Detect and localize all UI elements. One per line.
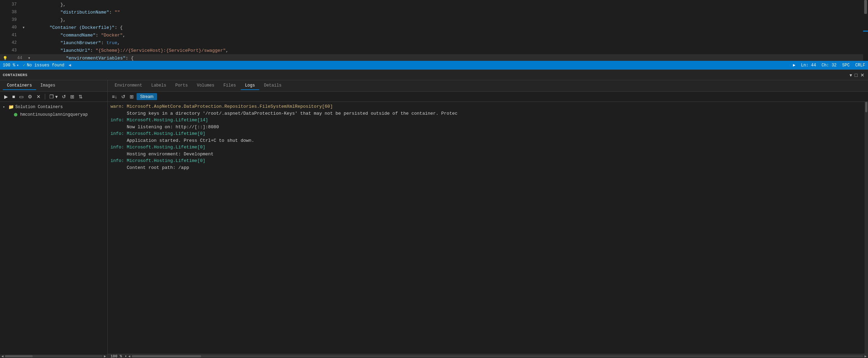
log-connect-btn[interactable]: ⊞ [128,93,135,100]
window-btn[interactable]: ▭ [18,93,25,100]
tree-expand-icon[interactable]: ▾ [3,105,7,109]
scroll-arrow-right-status[interactable]: ▶ [793,63,795,68]
panel-maximize-btn[interactable]: □ [854,72,858,79]
tab-ports[interactable]: Ports [171,82,192,90]
line-number-37: 37 [3,2,17,7]
line-content-43: "launchUrl": "{Scheme}://{ServiceHost}:{… [28,48,865,53]
status-bar: 100 % ▾ ✓ No issues found ◀ ▶ Ln: 44 Ch:… [0,61,868,70]
line-number-44: 44 [8,56,22,60]
line-chevron-42 [22,40,28,46]
sidebar-bottom-scrollbar[interactable]: ◀ ▶ [0,355,107,358]
line-content-38: "distributionName": "" [28,10,865,15]
code-line-42: 42 "launchBrowser": true, [0,39,868,47]
line-chevron-39 [22,17,28,23]
editor-scrollbar-thumb [864,0,867,14]
multi-btn[interactable]: ⊞ [69,93,76,100]
status-ln: Ln: 44 [801,63,816,68]
line-chevron-44[interactable]: ▾ [28,55,33,61]
log-line-5: info: Microsoft.Hosting.Lifetime[0] [110,130,861,137]
tab-details[interactable]: Details [260,82,286,90]
code-line-44: 💡 44 ▾ "environmentVariables": { [0,54,868,61]
tab-volumes[interactable]: Volumes [193,82,218,90]
code-line-40: 40 ▾ "Container (Dockerfile)": { [0,24,868,31]
log-vertical-scrollbar[interactable] [865,102,868,354]
sidebar-scroll-right[interactable]: ▶ [103,354,107,358]
tree-area[interactable]: ▾ 📁 Solution Containers hmcontinuousplan… [0,102,107,355]
log-line-8: Hosting environment: Development [110,151,861,158]
tab-labels[interactable]: Labels [147,82,170,90]
line-content-37: }, [28,2,865,7]
panel-minimize-btn[interactable]: ▾ [849,72,853,79]
log-format-btn[interactable]: ≡↓ [110,93,118,100]
status-check-icon: ✓ [23,63,25,68]
left-toolbar: ▶ ■ ▭ ⚙ ✕ ❐ ▾ ↺ ⊞ ⇅ [0,92,107,102]
tab-containers[interactable]: Containers [3,82,36,90]
line-number-43: 43 [3,48,17,53]
content-toolbar: ≡↓ ↺ ⊞ Stream [108,92,868,102]
bottom-scroll-track[interactable] [132,355,863,357]
panel-close-btn[interactable]: ✕ [860,72,865,79]
log-line-6: Application started. Press Ctrl+C to shu… [110,137,861,144]
sidebar-scroll-left[interactable]: ◀ [0,354,5,358]
code-line-41: 41 "commandName": "Docker", [0,31,868,39]
code-line-38: 38 "distributionName": "" [0,8,868,16]
line-chevron-43 [22,48,28,53]
log-refresh-btn[interactable]: ↺ [120,93,127,100]
expand-btn[interactable]: ⇅ [77,93,84,100]
tree-item-solution-containers[interactable]: ▾ 📁 Solution Containers [0,103,107,111]
line-chevron-41 [22,33,28,38]
log-line-2: Storing keys in a directory '/root/.aspn… [110,110,861,117]
status-no-issues[interactable]: ✓ No issues found [23,63,64,68]
bottom-scroll-left[interactable]: ◀ [127,354,132,358]
sidebar-scroll-thumb [5,355,33,357]
stop-btn[interactable]: ■ [11,93,16,100]
status-crlf: CRLF [855,63,865,68]
line-number-42: 42 [3,40,17,45]
left-tab-bar: Containers Images [0,80,107,92]
bottom-zoom-label: 100 % [108,354,125,358]
stream-button[interactable]: Stream [137,93,157,100]
line-number-41: 41 [3,33,17,38]
start-btn[interactable]: ▶ [3,93,9,100]
tree-item-container[interactable]: hmcontinuousplanningqueryap [0,111,107,119]
tab-logs[interactable]: Logs [241,82,259,90]
panel-title: Containers [3,73,27,77]
status-zoom[interactable]: 100 % ▾ [3,63,19,68]
panel-header-controls: ▾ □ ✕ [849,72,865,79]
line-content-39: }, [28,17,865,23]
zoom-value: 100 % [3,63,15,68]
copy-btn[interactable]: ❐ ▾ [48,93,59,100]
tab-environment[interactable]: Environment [110,82,146,90]
zoom-chevron[interactable]: ▾ [17,63,19,67]
scroll-arrow-left[interactable]: ◀ [68,63,71,68]
tab-images[interactable]: Images [36,82,59,90]
line-chevron-40[interactable]: ▾ [22,25,28,30]
settings-btn[interactable]: ⚙ [26,93,34,100]
toolbar-sep-1 [45,94,45,99]
line-number-39: 39 [3,17,17,22]
log-area[interactable]: warn: Microsoft.AspNetCore.DataProtectio… [108,102,868,354]
containers-panel: Containers ▾ □ ✕ Containers Images ▶ ■ ▭… [0,70,868,358]
line-content-42: "launchBrowser": true, [28,40,865,46]
editor-vertical-scrollbar[interactable] [863,0,868,61]
delete-btn[interactable]: ✕ [35,93,42,100]
log-line-10: Content root path: /app [110,164,861,171]
log-line-1: warn: Microsoft.AspNetCore.DataProtectio… [110,103,861,110]
folder-icon: 📁 [8,104,14,110]
line-chevron-38 [22,10,28,15]
log-scrollbar-thumb [865,102,867,112]
running-indicator [14,113,17,116]
refresh-btn[interactable]: ↺ [60,93,67,100]
lightbulb-icon[interactable]: 💡 [3,56,8,60]
sidebar-scroll-track[interactable] [5,355,103,357]
bottom-scroll-right[interactable]: ▶ [863,354,868,358]
bottom-scroll-thumb [132,355,201,357]
line-chevron-37 [22,2,28,7]
status-spc: SPC [842,63,850,68]
line-content-44: "environmentVariables": { [33,56,865,61]
main-content: Environment Labels Ports Volumes Files L… [108,80,868,358]
status-ch: Ch: 32 [821,63,836,68]
log-line-4: Now listening on: http://[::]:8080 [110,124,861,131]
tab-files[interactable]: Files [219,82,240,90]
log-line-7: info: Microsoft.Hosting.Lifetime[0] [110,144,861,151]
